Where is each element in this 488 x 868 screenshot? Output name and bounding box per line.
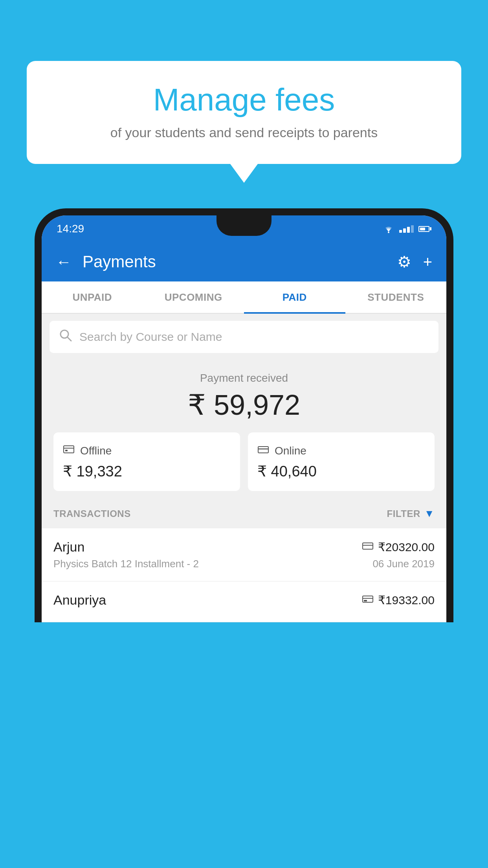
tab-unpaid[interactable]: UNPAID (42, 281, 143, 313)
transaction-name: Anupriya (53, 592, 106, 608)
transaction-amount-row: ₹20320.00 (362, 540, 435, 554)
svg-rect-8 (363, 543, 373, 549)
app-bar-actions: ⚙ + (397, 253, 432, 271)
online-payment-card: Online ₹ 40,640 (248, 432, 435, 491)
tab-students[interactable]: STUDENTS (345, 281, 447, 313)
svg-point-0 (388, 232, 389, 233)
svg-line-2 (68, 337, 71, 341)
filter-label: FILTER (387, 508, 420, 519)
content-area: Search by Course or Name Payment receive… (42, 321, 446, 622)
transaction-amount-row: ₹19332.00 (362, 593, 435, 607)
bubble-subtitle: of your students and send receipts to pa… (50, 125, 438, 140)
offline-amount: ₹ 19,332 (63, 463, 231, 480)
filter-button[interactable]: FILTER ▼ (387, 508, 435, 520)
transaction-name: Arjun (53, 539, 84, 555)
svg-rect-4 (65, 450, 68, 451)
speech-bubble: Manage fees of your students and send re… (27, 61, 461, 164)
phone-frame: 14:29 (35, 208, 453, 868)
online-icon (257, 443, 269, 458)
online-type-label: Online (275, 445, 306, 457)
table-row[interactable]: Anupriya ₹19332.00 (42, 581, 446, 622)
tab-paid[interactable]: PAID (244, 281, 345, 313)
status-time: 14:29 (57, 223, 84, 235)
transaction-amount-value: ₹19332.00 (378, 593, 435, 607)
offline-icon (63, 443, 75, 458)
svg-rect-3 (64, 446, 74, 453)
signal-icon (399, 225, 414, 233)
app-bar: ← Payments ⚙ + (42, 242, 446, 281)
payment-cards: Offline ₹ 19,332 (53, 432, 435, 491)
filter-icon: ▼ (424, 508, 435, 520)
search-container[interactable]: Search by Course or Name (50, 321, 438, 353)
transactions-header: TRANSACTIONS FILTER ▼ (42, 499, 446, 528)
online-tx-icon (362, 541, 373, 553)
offline-tx-icon (362, 594, 373, 606)
bubble-title: Manage fees (50, 83, 438, 117)
camera-notch (216, 215, 272, 236)
tab-upcoming[interactable]: UPCOMING (143, 281, 244, 313)
search-input[interactable]: Search by Course or Name (79, 330, 222, 344)
settings-button[interactable]: ⚙ (397, 253, 411, 271)
payment-summary: Payment received ₹ 59,972 (42, 360, 446, 499)
add-button[interactable]: + (423, 253, 432, 271)
svg-rect-11 (364, 600, 367, 601)
payment-received-label: Payment received (53, 372, 435, 384)
online-amount: ₹ 40,640 (257, 463, 425, 480)
search-icon (59, 329, 72, 345)
back-button[interactable]: ← (56, 253, 72, 271)
transaction-date: 06 June 2019 (372, 558, 435, 570)
offline-type-label: Offline (80, 445, 112, 457)
tabs-bar: UNPAID UPCOMING PAID STUDENTS (42, 281, 446, 314)
transactions-label: TRANSACTIONS (53, 508, 131, 519)
app-bar-title: Payments (83, 252, 386, 271)
transaction-desc: Physics Batch 12 Installment - 2 (53, 558, 199, 570)
payment-total-amount: ₹ 59,972 (53, 388, 435, 421)
svg-rect-6 (258, 447, 268, 453)
status-icons (383, 224, 431, 233)
status-bar: 14:29 (42, 215, 446, 242)
table-row[interactable]: Arjun ₹20320.00 Physics (42, 528, 446, 581)
transaction-amount-value: ₹20320.00 (378, 540, 435, 554)
battery-icon (418, 226, 431, 232)
wifi-icon (383, 224, 394, 233)
offline-payment-card: Offline ₹ 19,332 (53, 432, 240, 491)
